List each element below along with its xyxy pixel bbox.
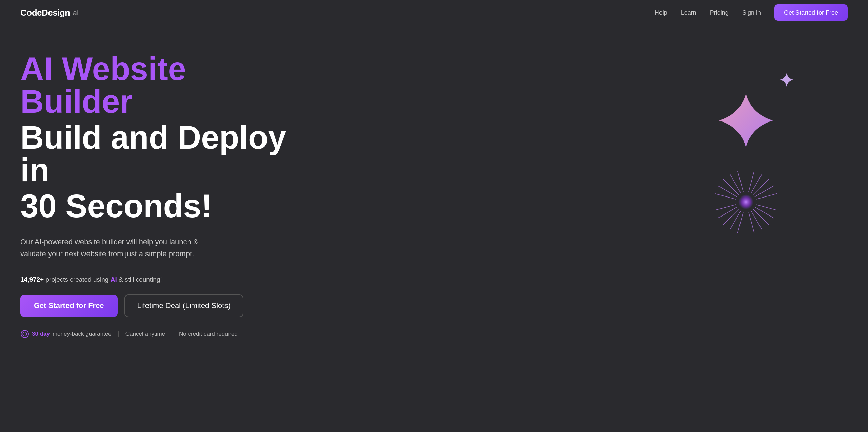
sunburst-icon [712,168,780,236]
nav-item-help[interactable]: Help [655,9,667,16]
svg-point-30 [738,194,753,209]
guarantee-days: 30 day [32,331,50,337]
hero-section: AI Website Builder Build and Deploy in 3… [0,25,868,365]
shield-icon [20,330,29,338]
nav-link-learn[interactable]: Learn [681,9,696,16]
logo[interactable]: CodeDesign ai [20,7,79,18]
hero-content: AI Website Builder Build and Deploy in 3… [20,53,292,338]
hero-cta-secondary[interactable]: Lifetime Deal (Limited Slots) [124,294,243,317]
divider-2 [172,331,172,337]
svg-line-13 [756,205,777,210]
hero-guarantees: 30 day money-back guarantee Cancel anyti… [20,330,292,338]
svg-line-28 [730,174,741,193]
divider-1 [118,331,119,337]
hero-subtitle: Our AI-powered website builder will help… [20,236,224,260]
nav-cta-button[interactable]: Get Started for Free [774,4,848,21]
small-star-icon [780,73,793,87]
guarantee-nocc: No credit card required [179,331,238,337]
hero-title-line2: Build and Deploy in [20,121,292,186]
svg-line-8 [751,174,762,193]
svg-line-26 [718,186,737,197]
nav-link-pricing[interactable]: Pricing [710,9,729,16]
nav-cta-item[interactable]: Get Started for Free [774,9,848,16]
svg-line-23 [715,205,736,210]
hero-stats-ai: AI [111,276,117,283]
hero-title-line3: 30 Seconds! [20,190,292,222]
svg-line-27 [723,179,739,195]
decorations [665,25,868,365]
cancel-text: Cancel anytime [125,331,165,337]
svg-line-15 [753,209,769,225]
svg-line-14 [755,207,774,218]
hero-buttons: Get Started for Free Lifetime Deal (Limi… [20,294,292,317]
hero-stats: 14,972+ projects created using AI & stil… [20,276,292,283]
navbar: CodeDesign ai Help Learn Pricing Sign in… [0,0,868,25]
svg-line-17 [749,212,754,233]
hero-title-line1: AI Website Builder [20,53,292,118]
svg-line-29 [737,171,743,192]
svg-line-10 [755,186,774,197]
nav-item-pricing[interactable]: Pricing [710,9,729,16]
svg-line-9 [753,179,769,195]
svg-line-19 [737,212,743,233]
svg-line-20 [730,211,741,230]
svg-line-11 [756,193,777,199]
svg-line-22 [718,207,737,218]
hero-title: AI Website Builder Build and Deploy in 3… [20,53,292,222]
nocc-text: No credit card required [179,331,238,337]
hero-stats-middle: projects created using [46,276,111,283]
guarantee-text: money-back guarantee [53,331,112,337]
large-star-icon [719,93,773,148]
nav-links: Help Learn Pricing Sign in Get Started f… [655,9,848,16]
logo-ai: ai [73,8,79,17]
svg-line-16 [751,211,762,230]
logo-text: CodeDesign [20,7,70,18]
hero-stats-suffix: & still counting! [119,276,162,283]
hero-cta-primary[interactable]: Get Started for Free [20,295,118,317]
guarantee-moneyback: 30 day money-back guarantee [20,330,112,338]
svg-line-25 [715,193,736,199]
hero-stats-count: 14,972+ [20,276,44,283]
nav-item-learn[interactable]: Learn [681,9,696,16]
nav-link-signin[interactable]: Sign in [742,9,761,16]
nav-link-help[interactable]: Help [655,9,667,16]
guarantee-cancel: Cancel anytime [125,331,165,337]
nav-item-signin[interactable]: Sign in [742,9,761,16]
svg-line-21 [723,209,739,225]
svg-point-0 [21,330,28,338]
svg-point-1 [23,332,27,336]
svg-line-7 [749,171,754,192]
